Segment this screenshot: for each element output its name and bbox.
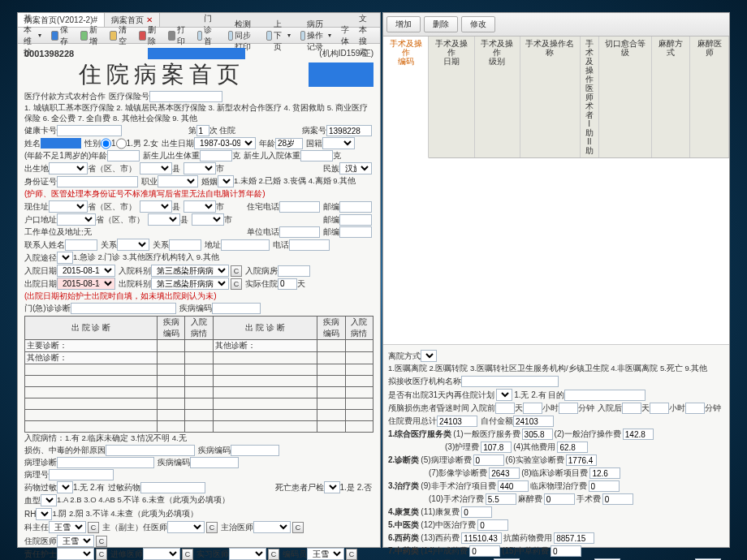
nation-select[interactable] [322,137,355,149]
contact-name-field[interactable] [65,239,97,251]
marriage-select[interactable] [218,175,234,187]
fee-imaging[interactable] [489,467,520,479]
modify-button[interactable]: 修改 [461,16,495,32]
fee-antibio[interactable] [554,532,594,544]
injury-cause-field[interactable] [106,445,195,456]
surgery-grid[interactable] [383,158,729,345]
grad-select[interactable] [229,548,266,560]
fee-phys[interactable] [589,480,620,492]
birthplace-city[interactable] [184,162,216,174]
tab-op-date[interactable]: 手术及操作日期 [429,37,474,157]
c-button-2[interactable]: C [231,278,242,290]
insurance-no-field[interactable] [149,91,222,102]
case-no-field[interactable] [326,125,372,136]
coma-after-day[interactable] [622,403,641,414]
c-button-1[interactable]: C [231,265,242,277]
injury-icd-field[interactable] [231,445,279,456]
delete-button[interactable]: 删除 [136,24,161,48]
sex-radio-1[interactable] [101,138,111,149]
admit-weight-field[interactable] [300,150,333,162]
clear-button[interactable]: 清空 [107,24,132,48]
fee-general-treat[interactable] [623,429,654,440]
coma-before-day[interactable] [495,403,515,414]
admit-dept-select[interactable]: 第三感染肝病病房 [151,265,229,277]
tab-op-level[interactable]: 手术及操作级别 [475,37,520,157]
fee-nursing[interactable] [481,442,512,453]
discharge-date-select[interactable]: 2015-08-14 [57,278,115,290]
addr-reg-city[interactable] [192,213,224,226]
addr-now-county[interactable] [140,200,172,213]
tab-op-code[interactable]: 手术及操作编码 [383,37,429,158]
fee-path[interactable] [473,454,504,466]
receive-org-field[interactable] [461,376,559,387]
font-button[interactable]: 字体 [339,24,352,48]
fee-surg[interactable] [602,493,633,505]
admit-date-select[interactable]: 2015-08-10 [57,265,115,277]
addr-now-prov[interactable] [49,200,88,213]
coma-after-hour[interactable] [650,403,669,414]
tab-anesthesia[interactable]: 麻醉方式 [652,37,691,157]
save-button[interactable]: 保存 [49,24,73,48]
outpatient-diag-field[interactable] [71,303,176,314]
add-button[interactable]: 增加 [386,16,421,32]
birthplace-prov[interactable] [49,162,88,174]
tab-op-docs[interactable]: 手术及操作医师术者 I助 II助 [581,37,599,157]
coma-before-hour[interactable] [523,403,542,414]
leave-method-select[interactable] [421,350,437,362]
post-work-field[interactable] [339,226,372,238]
c-button[interactable]: C [88,522,99,533]
rehosp-purpose-field[interactable] [564,390,646,401]
contact-addr-field[interactable] [221,239,270,251]
home-tel-field[interactable] [279,201,320,213]
intern-select[interactable] [143,548,180,560]
contact-relation[interactable] [117,239,149,251]
resident-select[interactable]: 王雪莲 [57,535,94,547]
infant-age-field[interactable] [107,150,140,162]
addr-reg-county[interactable] [148,213,180,226]
fee-anes[interactable] [544,493,575,505]
id-no-field[interactable] [57,176,138,187]
fee-general-service[interactable] [522,429,553,440]
attending-select[interactable] [253,521,291,533]
fee-patent[interactable] [469,545,500,557]
post-reg-field[interactable] [339,214,372,226]
ward-field[interactable] [278,265,310,277]
path-icd-field[interactable] [190,457,239,468]
allergy-select[interactable] [57,481,73,493]
sex-radio-2[interactable] [116,138,127,149]
coder-select[interactable]: 王雪莲 [307,548,344,560]
allergy-drug-field[interactable] [140,482,205,493]
fee-nonop[interactable] [498,480,529,492]
age-field[interactable] [275,138,303,149]
tab-anesthetist[interactable]: 麻醉医师 [690,37,729,157]
tab-heal-grade[interactable]: 切口愈合等级 [599,37,652,157]
chief-select[interactable] [167,521,205,533]
total-fee-field[interactable] [437,416,477,427]
discharge-dept-select[interactable]: 第三感染肝病病房 [151,278,229,290]
fee-other1[interactable] [557,442,588,453]
rh-select[interactable] [36,508,52,520]
outpatient-icd-field[interactable] [212,303,261,314]
tab-op-name[interactable]: 手术及操作名称 [520,37,581,157]
fee-herb[interactable] [551,545,581,557]
occupation-select[interactable] [158,175,198,187]
dept-head-select[interactable]: 王雪莲 [49,521,86,533]
coma-after-min[interactable] [685,403,705,414]
health-card-field[interactable] [57,125,122,136]
path-no-field[interactable] [49,469,114,480]
ethnic-select[interactable]: 汉族 [339,162,372,174]
work-tel-field[interactable] [279,226,320,238]
addr-now-city[interactable] [184,200,216,213]
autopsy-select[interactable] [324,481,340,493]
print-button[interactable]: 打印 [166,24,190,48]
coma-before-min[interactable] [559,403,578,414]
fee-clinical[interactable] [589,467,620,479]
contact-tel-field[interactable] [289,239,330,251]
fee-tcm[interactable] [477,519,508,531]
birth-select[interactable]: 1987-03-09 [194,137,256,149]
hospitalization-count[interactable] [196,125,209,136]
fee-western[interactable] [461,532,502,544]
addr-reg-prov[interactable] [57,213,96,226]
birthplace-county[interactable] [140,162,172,174]
admit-path-select[interactable] [57,252,73,264]
